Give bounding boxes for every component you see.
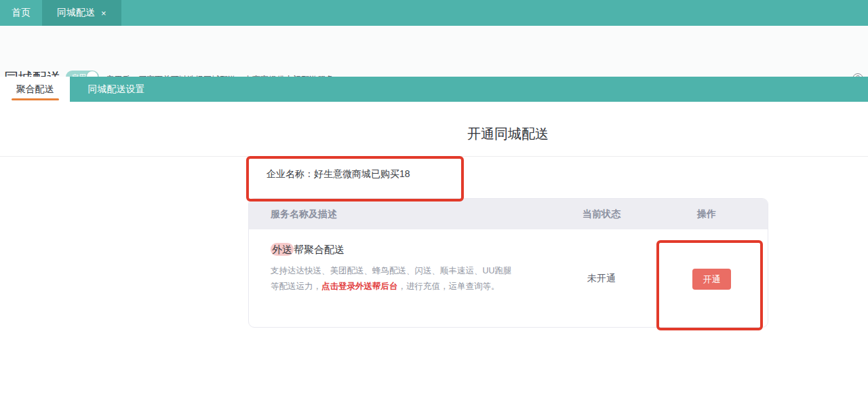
open-service-button[interactable]: 开通 xyxy=(692,269,731,290)
service-name-rest: 帮聚合配送 xyxy=(294,244,344,255)
top-tab-home-label: 首页 xyxy=(12,7,31,19)
company-name-line: 企业名称：好生意微商城已购买18 xyxy=(267,168,410,180)
section-heading: 开通同城配送 xyxy=(248,125,768,143)
top-tab-bar: 首页 同城配送 × xyxy=(0,0,868,26)
service-name: 外送帮聚合配送 xyxy=(271,244,513,256)
tab-delivery-settings[interactable]: 同城配送设置 xyxy=(70,77,163,102)
service-cell: 外送帮聚合配送 支持达达快送、美团配送、蜂鸟配送、闪送、顺丰速运、UU跑腿等配送… xyxy=(271,244,513,294)
tab-delivery-settings-label: 同城配送设置 xyxy=(88,83,145,96)
sub-tab-bar: 聚合配送 同城配送设置 xyxy=(0,77,868,102)
close-tab-icon[interactable]: × xyxy=(101,8,106,18)
tab-aggregate-delivery[interactable]: 聚合配送 xyxy=(0,77,70,102)
top-tab-same-city-delivery[interactable]: 同城配送 × xyxy=(42,0,121,26)
active-tab-underline xyxy=(12,98,59,100)
company-name-label: 企业名称： xyxy=(267,168,314,179)
service-description: 支持达达快送、美团配送、蜂鸟配送、闪送、顺丰速运、UU跑腿等配送运力，点击登录外… xyxy=(271,263,513,294)
top-tab-home[interactable]: 首页 xyxy=(0,0,42,26)
column-header-service: 服务名称及描述 xyxy=(249,208,557,220)
page-header: 同城配送 启用 启用后，买家下单可以选择同城配送，由商家提供上门配送服务。 ? xyxy=(0,26,868,77)
column-header-status: 当前状态 xyxy=(557,208,646,220)
table-header-row: 服务名称及描述 当前状态 操作 xyxy=(249,199,768,229)
service-description-tail: ，进行充值，运单查询等。 xyxy=(398,282,500,291)
company-name-value: 好生意微商城已购买18 xyxy=(314,168,410,179)
top-tab-same-city-delivery-label: 同城配送 xyxy=(57,7,95,19)
backend-login-link[interactable]: 点击登录外送帮后台 xyxy=(321,282,398,291)
service-name-highlight: 外送 xyxy=(271,243,294,256)
tab-aggregate-delivery-label: 聚合配送 xyxy=(16,83,54,96)
status-text: 未开通 xyxy=(557,273,646,285)
column-header-action: 操作 xyxy=(646,208,768,220)
action-cell: 开通 xyxy=(692,269,731,290)
section-divider xyxy=(0,156,868,157)
service-table-card: 服务名称及描述 当前状态 操作 外送帮聚合配送 支持达达快送、美团配送、蜂鸟配送… xyxy=(248,198,768,328)
